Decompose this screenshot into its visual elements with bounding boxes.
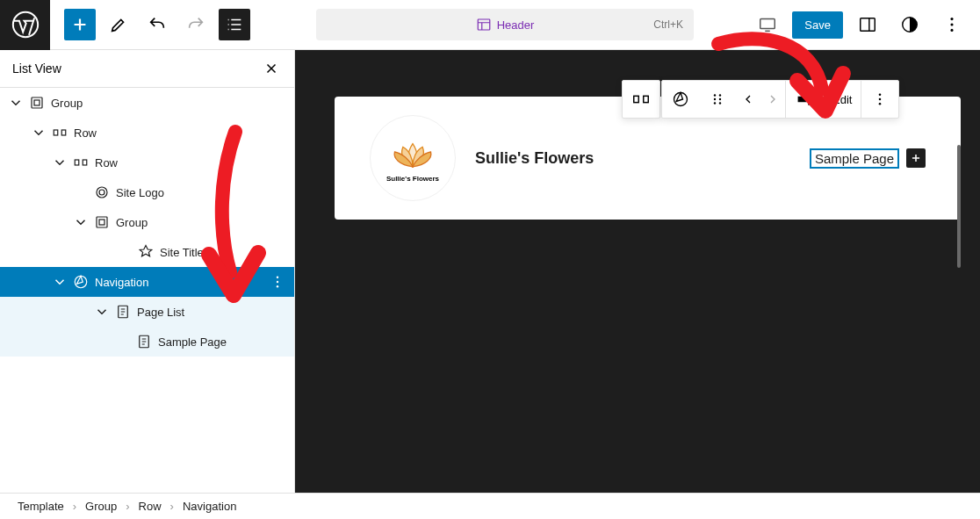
wordpress-logo[interactable] [0,0,50,50]
svg-point-33 [879,93,882,96]
toolbar-justify-icon[interactable] [786,81,823,118]
close-icon[interactable] [261,58,282,79]
row-icon [70,155,91,170]
tree-item-sample-page[interactable]: Sample Page [0,327,294,357]
breadcrumb: Template › Group › Row › Navigation [0,493,980,519]
navigation-icon [70,274,91,290]
svg-rect-11 [61,130,66,135]
block-tree: Group Row Row Site Logo Group Site Title [0,88,294,357]
chevron-right-icon: › [73,500,76,513]
tree-item-group[interactable]: Group [0,207,294,237]
svg-rect-10 [54,130,58,135]
toolbar-row-icon[interactable] [623,81,659,118]
nav-link-sample-page[interactable]: Sample Page [810,148,899,169]
svg-rect-24 [644,96,649,102]
svg-point-29 [719,94,721,96]
svg-rect-32 [798,97,805,102]
svg-rect-2 [760,19,775,29]
svg-point-17 [75,276,87,288]
undo-button[interactable] [141,9,173,40]
svg-point-34 [879,98,882,101]
tree-item-row[interactable]: Row [0,148,294,177]
site-title-icon [135,244,156,260]
tree-item-page-list[interactable]: Page List [0,297,294,327]
more-icon[interactable] [270,274,285,290]
add-nav-item-button[interactable] [906,148,926,168]
chevron-down-icon [49,155,70,170]
breadcrumb-item[interactable]: Row [139,500,162,513]
svg-rect-23 [634,96,639,102]
template-header-pill[interactable]: Header Ctrl+K [316,9,694,40]
svg-point-14 [97,187,107,198]
breadcrumb-item[interactable]: Template [18,500,64,513]
page-list-icon [112,304,133,320]
svg-rect-9 [34,100,40,105]
row-icon [49,125,70,141]
svg-point-25 [674,93,688,106]
svg-point-20 [277,285,278,287]
navigation-block: Sample Page [810,148,926,169]
group-icon [26,95,47,111]
shortcut-hint: Ctrl+K [653,18,683,31]
tree-item-site-logo[interactable]: Site Logo [0,177,294,207]
redo-button[interactable] [180,9,212,40]
toolbar-edit-button[interactable]: Edit [824,81,861,118]
chevron-down-icon [5,95,26,111]
list-view-panel: List View Group Row Row Site Logo Group [0,50,295,493]
svg-point-31 [719,102,721,104]
edit-tool-button[interactable] [103,9,134,40]
toolbar-move-right[interactable] [760,81,785,118]
svg-point-6 [950,23,953,25]
site-title-block[interactable]: Sullie's Flowers [475,149,594,168]
list-view-toggle[interactable] [219,9,250,40]
chevron-down-icon [91,304,112,320]
svg-rect-15 [97,217,107,227]
svg-point-27 [714,98,716,100]
logo-caption: Sullie's Flowers [386,175,439,183]
editor-top-bar: Header Ctrl+K Save [0,0,980,50]
toolbar-more-icon[interactable] [861,81,898,118]
svg-rect-3 [861,18,876,32]
svg-point-7 [950,29,953,32]
editor-canvas: Edit Sullie's Flowers Sullie's Flowers S… [295,50,980,493]
save-button[interactable]: Save [792,11,843,39]
svg-point-30 [719,98,721,100]
add-block-button[interactable] [64,9,96,40]
styles-button[interactable] [894,9,926,40]
site-logo-block[interactable]: Sullie's Flowers [370,115,456,201]
svg-point-35 [879,103,882,105]
tree-item-row[interactable]: Row [0,118,294,148]
block-toolbar [622,80,660,119]
toolbar-navigation-icon[interactable] [662,81,699,118]
svg-point-19 [277,281,278,283]
block-toolbar-nav: Edit [661,80,899,119]
tree-item-navigation[interactable]: Navigation [0,267,294,297]
chevron-down-icon [70,214,91,230]
svg-point-18 [277,277,278,278]
breadcrumb-item[interactable]: Group [85,500,117,513]
page-icon [133,334,155,350]
svg-point-26 [714,94,716,96]
chevron-down-icon [28,125,49,141]
template-name: Header [497,18,535,32]
panel-title: List View [12,61,61,76]
settings-sidebar-toggle[interactable] [852,9,883,40]
group-icon [91,214,112,230]
svg-point-5 [950,18,953,20]
device-preview-button[interactable] [752,9,783,40]
chevron-right-icon: › [126,500,129,513]
chevron-down-icon [49,274,70,290]
header-template-block[interactable]: Edit Sullie's Flowers Sullie's Flowers S… [335,97,961,220]
toolbar-move-left[interactable] [736,81,760,118]
lotus-icon [388,134,437,173]
site-logo-icon [91,184,112,200]
toolbar-drag-icon[interactable] [699,81,736,118]
tree-item-site-title[interactable]: Site Title [0,237,294,267]
more-options-button[interactable] [936,9,968,40]
breadcrumb-item[interactable]: Navigation [183,500,236,513]
tree-item-group[interactable]: Group [0,88,294,118]
svg-rect-12 [75,160,79,165]
svg-point-28 [714,102,716,104]
svg-rect-8 [32,97,42,108]
chevron-right-icon: › [170,500,174,513]
